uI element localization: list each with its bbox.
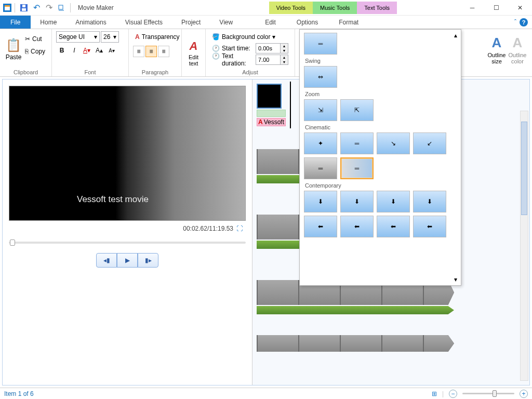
menu-home[interactable]: Home bbox=[31, 16, 66, 29]
svg-rect-2 bbox=[5, 5, 10, 7]
timeline-scrollbar[interactable] bbox=[520, 111, 528, 381]
menubar: File Home Animations Visual Effects Proj… bbox=[0, 16, 532, 29]
maximize-button[interactable]: ☐ bbox=[484, 0, 508, 16]
start-time-label: Start time: bbox=[222, 45, 250, 52]
edit-text-button[interactable]: A Edit text bbox=[183, 35, 204, 71]
chevron-down-icon: ▾ bbox=[272, 33, 275, 41]
adjust-label: Adjust bbox=[206, 69, 295, 75]
font-color-button[interactable]: A▾ bbox=[81, 45, 92, 56]
effect-item[interactable]: ⬇ bbox=[413, 191, 446, 212]
seek-thumb[interactable] bbox=[10, 240, 15, 246]
zoom-slider[interactable] bbox=[462, 393, 514, 394]
video-preview[interactable]: Vessoft test movie bbox=[9, 86, 246, 221]
save-icon[interactable] bbox=[18, 2, 30, 14]
status-item-count: Item 1 of 6 bbox=[4, 390, 34, 397]
clip-thumbnail[interactable] bbox=[257, 84, 282, 109]
qat-dropdown-icon[interactable] bbox=[56, 2, 67, 14]
effect-item[interactable]: ⇱ bbox=[340, 99, 374, 121]
paste-icon: 📋 bbox=[6, 38, 21, 52]
menu-options[interactable]: Options bbox=[286, 16, 328, 29]
effect-item[interactable]: ⬇ bbox=[340, 191, 374, 212]
outline-size-button[interactable]: A Outline size bbox=[486, 31, 507, 68]
clip-audio-small[interactable] bbox=[257, 110, 286, 117]
music-tools-tab[interactable]: Music Tools bbox=[313, 2, 357, 14]
effect-item[interactable]: ⬅ bbox=[340, 216, 374, 237]
time-display: 00:02.62/11:19.53 bbox=[183, 225, 233, 232]
shrink-font-button[interactable]: A▾ bbox=[106, 45, 117, 56]
duration-spinner[interactable]: ▲▼ bbox=[256, 55, 288, 65]
effect-item[interactable]: ↙ bbox=[413, 132, 446, 154]
effect-item[interactable]: ═ bbox=[340, 132, 374, 154]
svg-rect-6 bbox=[59, 5, 63, 9]
help-icon[interactable]: ? bbox=[520, 18, 528, 26]
menu-project[interactable]: Project bbox=[172, 16, 210, 29]
clock-icon: 🕐 bbox=[212, 45, 220, 52]
grow-font-button[interactable]: A▴ bbox=[94, 45, 105, 56]
undo-icon[interactable]: ↶ bbox=[31, 2, 42, 14]
duration-label: Text duration: bbox=[222, 52, 254, 67]
redo-icon[interactable]: ↷ bbox=[43, 2, 55, 14]
view-toggle-icon[interactable]: ⊞ bbox=[432, 390, 437, 397]
menu-visual-effects[interactable]: Visual Effects bbox=[116, 16, 172, 29]
effect-item[interactable]: ⬇ bbox=[377, 191, 410, 212]
align-right-button[interactable]: ≡ bbox=[158, 46, 169, 57]
paste-button[interactable]: 📋 Paste bbox=[4, 31, 23, 68]
align-left-button[interactable]: ≡ bbox=[133, 46, 144, 57]
effect-item[interactable]: ⬇ bbox=[304, 191, 337, 212]
seek-bar[interactable] bbox=[9, 242, 246, 244]
titlebar: ↶ ↷ Movie Maker Video Tools Music Tools … bbox=[0, 0, 532, 16]
effect-item[interactable]: ═ bbox=[304, 33, 337, 55]
menu-format[interactable]: Format bbox=[328, 16, 369, 29]
fullscreen-icon[interactable]: ⛶ bbox=[236, 225, 243, 232]
bg-color-button[interactable]: 🪣Background color▾ bbox=[210, 31, 290, 43]
effect-item-selected[interactable]: ═ bbox=[340, 157, 374, 179]
effect-item[interactable]: ⇔ bbox=[304, 66, 337, 88]
bold-button[interactable]: B bbox=[56, 45, 68, 56]
start-time-spinner[interactable]: ▲▼ bbox=[256, 43, 288, 54]
transparency-icon: A bbox=[135, 33, 140, 41]
zoom-out-button[interactable]: − bbox=[449, 390, 457, 398]
font-family-select[interactable]: Segoe UI▾ bbox=[56, 31, 100, 43]
bucket-icon: 🪣 bbox=[212, 33, 220, 41]
zoom-in-button[interactable]: + bbox=[520, 390, 528, 398]
effects-gallery: ═ Swing ⇔ Zoom ⇲ ⇱ Cinematic ✦ ═ ↘ ↙ ═ ═… bbox=[299, 29, 461, 286]
outline-color-button[interactable]: A Outline color bbox=[507, 31, 528, 68]
effect-item[interactable]: ↘ bbox=[377, 132, 410, 154]
prev-frame-button[interactable]: ◂▮ bbox=[96, 253, 117, 268]
effect-category: Swing bbox=[305, 58, 458, 64]
clock-icon: 🕐 bbox=[212, 52, 220, 67]
font-size-select[interactable]: 26▾ bbox=[101, 31, 119, 43]
menu-view[interactable]: View bbox=[210, 16, 242, 29]
zoom-thumb[interactable] bbox=[493, 390, 497, 397]
effect-item[interactable]: ✦ bbox=[304, 132, 337, 154]
copy-button[interactable]: ⎘Copy bbox=[23, 46, 47, 57]
clip-text-track[interactable]: AVessoft bbox=[257, 118, 286, 126]
timeline-clip[interactable] bbox=[257, 335, 454, 352]
effect-item[interactable]: ⇲ bbox=[304, 99, 337, 121]
ribbon-collapse-icon[interactable]: ˆ bbox=[514, 19, 516, 26]
next-frame-button[interactable]: ▮▸ bbox=[138, 253, 158, 268]
video-tools-tab[interactable]: Video Tools bbox=[269, 2, 313, 14]
italic-button[interactable]: I bbox=[69, 45, 80, 56]
transparency-button[interactable]: ATransparency bbox=[133, 31, 177, 43]
play-button[interactable]: ▶ bbox=[117, 253, 138, 268]
playhead[interactable] bbox=[290, 82, 291, 128]
statusbar: Item 1 of 6 ⊞ | − + bbox=[0, 388, 532, 399]
svg-rect-4 bbox=[22, 8, 26, 11]
effect-item[interactable]: ⬅ bbox=[304, 216, 337, 237]
cut-button[interactable]: ✂Cut bbox=[23, 33, 47, 45]
minimize-button[interactable]: ─ bbox=[460, 0, 484, 16]
effect-category: Cinematic bbox=[305, 124, 458, 130]
preview-pane: Vessoft test movie 00:02.62/11:19.53 ⛶ ◂… bbox=[3, 79, 252, 385]
text-tools-tab[interactable]: Text Tools bbox=[357, 2, 397, 14]
effect-item[interactable]: ⬅ bbox=[413, 216, 446, 237]
effect-item[interactable]: ⬅ bbox=[377, 216, 410, 237]
menu-edit[interactable]: Edit bbox=[255, 16, 286, 29]
file-menu[interactable]: File bbox=[0, 16, 31, 29]
gallery-scrollbar[interactable]: ▴▾ bbox=[451, 32, 460, 283]
effect-item[interactable]: ═ bbox=[304, 157, 337, 179]
menu-animations[interactable]: Animations bbox=[66, 16, 115, 29]
close-button[interactable]: ✕ bbox=[508, 0, 532, 16]
align-center-button[interactable]: ≡ bbox=[145, 46, 157, 57]
svg-rect-5 bbox=[22, 5, 25, 7]
